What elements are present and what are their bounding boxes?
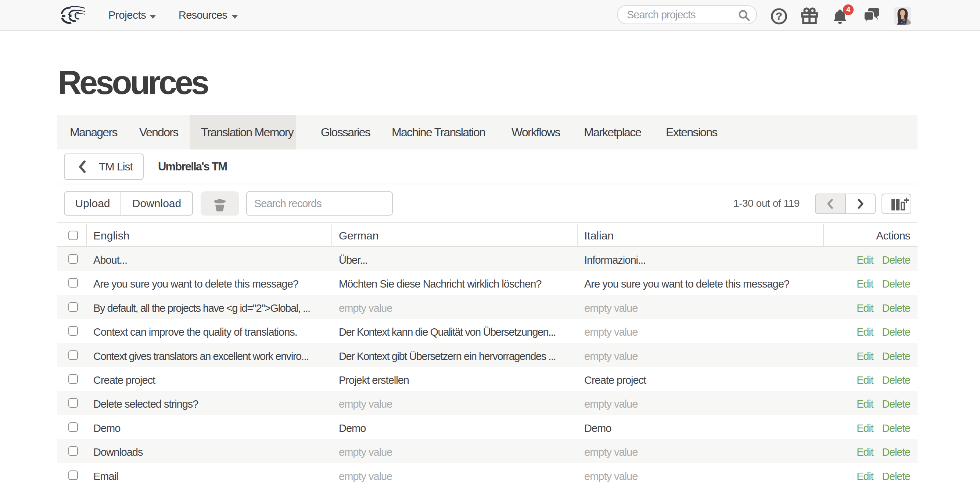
svg-text:?: ? — [776, 10, 782, 22]
